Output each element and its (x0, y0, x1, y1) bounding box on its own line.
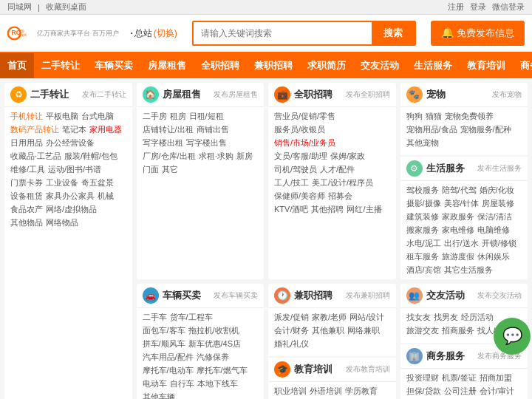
list-item[interactable]: 收藏品·工艺品 (10, 150, 64, 163)
list-item[interactable]: 家具办公家具 (46, 190, 98, 202)
list-item[interactable]: 拖拉机/收割机 (188, 324, 242, 337)
list-item[interactable]: 本地下线车 (197, 378, 241, 390)
list-item[interactable]: 机械 (98, 190, 117, 202)
wechat-float-button[interactable]: 💬 (494, 318, 531, 355)
jiaoyu-post-link[interactable]: 发布教育培训 (346, 364, 390, 375)
list-item[interactable]: 求租·求购 (199, 150, 236, 163)
list-item[interactable]: 保洁/清洁 (477, 211, 515, 223)
list-item[interactable]: 宠物免费领养 (445, 110, 497, 123)
list-item[interactable]: 摩托车/燃气车 (197, 364, 250, 377)
list-item[interactable]: 其它生活服务 (444, 264, 496, 276)
collect-link[interactable]: 收藏到桌面 (46, 1, 86, 13)
list-item[interactable]: 商铺出售 (197, 123, 232, 136)
list-item[interactable]: 工人/技工 (274, 177, 312, 189)
register-link[interactable]: 注册 (448, 1, 464, 13)
list-item[interactable]: 文员/客服/助理 (274, 150, 330, 163)
list-item[interactable]: 找男友 (434, 311, 461, 324)
nav-item-ershou[interactable]: 二手转让 (34, 53, 87, 78)
jianzhi-post-link[interactable]: 发布兼职招聘 (346, 290, 390, 301)
nav-item-jiaoyu[interactable]: 教育培训 (460, 53, 513, 78)
nav-item-shenghuo[interactable]: 生活服务 (406, 53, 460, 78)
list-item[interactable]: 门票卡券 (10, 177, 46, 189)
list-item[interactable]: 维修/工具 (10, 163, 48, 176)
list-item[interactable]: 电脑维修 (477, 224, 513, 236)
list-item[interactable]: 厂房/仓库/出租 (143, 150, 199, 163)
list-item[interactable]: 网络物品 (46, 216, 81, 229)
list-item[interactable]: 日用用品 (10, 137, 46, 149)
list-item[interactable]: 家用电器 (89, 123, 125, 136)
post-info-button[interactable]: 🔔 免费发布信息 (431, 21, 525, 46)
list-item[interactable]: 宠物服务/配种 (460, 123, 514, 136)
list-item[interactable]: 日租/短租 (189, 110, 227, 123)
list-item[interactable]: 自行车 (170, 378, 197, 390)
nav-item-cheliang[interactable]: 车辆买卖 (87, 53, 140, 78)
list-item[interactable]: 家政服务 (442, 211, 477, 223)
nav-item-quanzhi[interactable]: 全职招聘 (194, 53, 247, 78)
list-item[interactable]: 家电维修 (442, 224, 477, 236)
list-item[interactable]: 汽车用品/配件 (143, 351, 197, 364)
list-item[interactable]: 奇五盆景 (81, 177, 117, 189)
list-item[interactable]: 二手车 (143, 311, 170, 324)
search-input[interactable] (194, 24, 372, 43)
list-item[interactable]: 酒店/宾馆 (406, 264, 444, 276)
list-item[interactable]: 休闲娱乐 (477, 250, 513, 263)
list-item[interactable]: 新车优惠/4S店 (188, 338, 245, 350)
list-item[interactable]: 网站/设计 (349, 311, 387, 324)
jiaoyou-post-link[interactable]: 发布交友活动 (477, 290, 522, 301)
list-item[interactable]: 店铺转让/出租 (143, 123, 197, 136)
list-item[interactable]: 狗狗 (406, 110, 426, 123)
list-item[interactable]: 电动车 (143, 378, 170, 390)
list-item[interactable]: 货车/工程车 (170, 311, 216, 324)
list-item[interactable]: 写字楼出售 (186, 137, 230, 149)
list-item[interactable]: 派发/促销 (274, 311, 312, 324)
list-item[interactable]: 摄影/摄像 (406, 197, 444, 210)
list-item[interactable]: 汽修保养 (197, 351, 232, 364)
list-item[interactable]: 婚礼/礼仪 (274, 338, 312, 350)
list-item[interactable]: 水电/泥工 (406, 237, 444, 250)
list-item[interactable]: 保健师/美容师 (274, 190, 328, 202)
shenghuo-post-link[interactable]: 发布生活服务 (477, 163, 522, 174)
list-item[interactable]: 网络/虚拟物品 (46, 203, 100, 216)
list-item[interactable]: 新房 (236, 150, 256, 163)
list-item[interactable]: 开锁/修锁 (482, 237, 519, 250)
list-item[interactable]: 美容/针体 (444, 197, 482, 210)
list-item[interactable]: 会计/审计 (480, 385, 517, 398)
list-item[interactable]: 办公经营设备 (46, 137, 98, 149)
list-item[interactable]: 会计/财务 (274, 324, 312, 337)
list-item[interactable]: 学历教育 (345, 385, 381, 398)
list-item[interactable]: 家教/老师 (312, 311, 349, 324)
list-item[interactable]: 搬家服务 (406, 224, 442, 236)
list-item[interactable]: 宠物用品/食品 (406, 123, 460, 136)
list-item[interactable]: 出行/送水 (444, 237, 482, 250)
cheliang-post-link[interactable]: 发布车辆买卖 (214, 290, 258, 301)
list-item[interactable]: 数码产品转让 (10, 123, 62, 136)
list-item[interactable]: 网红/主播 (347, 203, 384, 216)
list-item[interactable]: 门面 (143, 163, 162, 176)
list-item[interactable]: 其他物品 (10, 216, 46, 229)
ershou-post-link[interactable]: 发布二手转让 (82, 89, 126, 100)
list-item[interactable]: 美工/设计/程序员 (312, 177, 376, 189)
search-button[interactable]: 搜索 (372, 22, 415, 44)
list-item[interactable]: 服装/鞋帽/包包 (64, 150, 120, 163)
nav-item-jianzhi[interactable]: 兼职招聘 (247, 53, 300, 78)
list-item[interactable]: 其他招聘 (311, 203, 347, 216)
list-item[interactable]: 销售/市场/业务员 (274, 137, 338, 149)
list-item[interactable]: 招商服务 (442, 324, 477, 337)
site-selector[interactable]: · 总站 (切换) (131, 27, 177, 40)
list-item[interactable]: 笔记本 (62, 123, 89, 136)
list-item[interactable]: 经历活动 (461, 311, 497, 324)
list-item[interactable]: 司机/驾驶员 (274, 163, 320, 176)
list-item[interactable]: 租车服务 (406, 250, 442, 263)
wechat-login-link[interactable]: 微信登录 (492, 1, 525, 13)
list-item[interactable]: 拼车/顺风车 (143, 338, 188, 350)
list-item[interactable]: 写字楼出租 (143, 137, 186, 149)
list-item[interactable]: 猫猫 (426, 110, 445, 123)
list-item[interactable]: 建筑装修 (406, 211, 442, 223)
nav-item-home[interactable]: 首页 (0, 53, 34, 78)
list-item[interactable]: 人才/配件 (320, 163, 358, 176)
list-item[interactable]: 找女友 (406, 311, 434, 324)
list-item[interactable]: 婚庆/化妆 (480, 184, 517, 197)
login-link[interactable]: 登录 (470, 1, 486, 13)
quanzhi-post-link[interactable]: 发布全职招聘 (346, 89, 390, 100)
list-item[interactable]: 房屋装修 (482, 197, 517, 210)
